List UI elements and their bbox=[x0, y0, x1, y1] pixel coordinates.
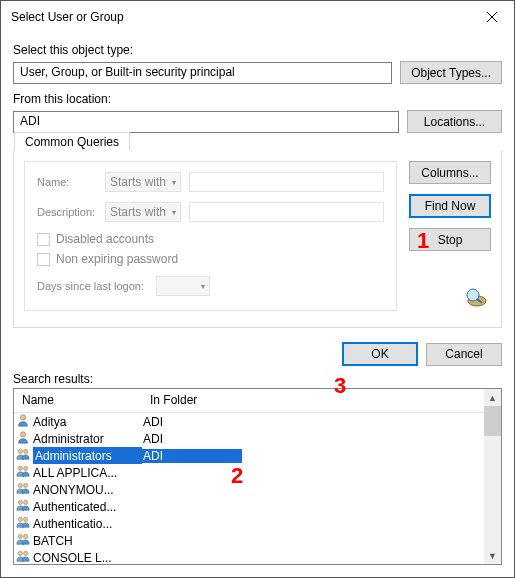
svg-point-7 bbox=[18, 466, 22, 470]
svg-point-10 bbox=[24, 483, 28, 487]
search-results-label: Search results: bbox=[13, 372, 502, 386]
group-icon bbox=[16, 515, 30, 532]
days-since-logon-label: Days since last logon: bbox=[37, 280, 144, 292]
chevron-down-icon: ▾ bbox=[172, 178, 176, 187]
group-icon bbox=[16, 549, 30, 564]
svg-point-5 bbox=[18, 449, 22, 453]
dialog-window: Select User or Group Select this object … bbox=[0, 0, 515, 578]
svg-point-9 bbox=[18, 483, 22, 487]
row-name-cell: ANONYMOU... bbox=[14, 481, 142, 498]
close-icon bbox=[487, 12, 497, 22]
row-name-cell: CONSOLE L... bbox=[14, 549, 142, 564]
description-filter-label: Description: bbox=[37, 206, 97, 218]
user-icon bbox=[16, 430, 30, 447]
svg-point-14 bbox=[24, 517, 28, 521]
non-expiring-label: Non expiring password bbox=[56, 252, 178, 266]
row-name-cell: Administrators bbox=[14, 447, 142, 464]
row-folder-cell: ADI bbox=[142, 449, 242, 463]
vertical-scrollbar[interactable]: ▲ ▼ bbox=[484, 389, 501, 564]
row-name-cell: Administrator bbox=[14, 430, 142, 447]
row-name-cell: BATCH bbox=[14, 532, 142, 549]
svg-point-3 bbox=[20, 415, 25, 420]
days-since-logon-select[interactable]: ▾ bbox=[156, 276, 210, 296]
svg-point-15 bbox=[18, 534, 22, 538]
table-row[interactable]: Authenticated... bbox=[14, 498, 484, 515]
table-row[interactable]: Authenticatio... bbox=[14, 515, 484, 532]
find-now-button[interactable]: Find Now bbox=[409, 194, 491, 218]
group-icon bbox=[16, 447, 30, 464]
row-name-cell: Authenticated... bbox=[14, 498, 142, 515]
svg-point-18 bbox=[24, 551, 28, 555]
table-row[interactable]: ALL APPLICA... bbox=[14, 464, 484, 481]
disabled-accounts-checkbox[interactable] bbox=[37, 233, 50, 246]
svg-point-13 bbox=[18, 517, 22, 521]
location-field[interactable]: ADI bbox=[13, 111, 399, 133]
locations-button[interactable]: Locations... bbox=[407, 110, 502, 133]
titlebar: Select User or Group bbox=[1, 1, 514, 33]
row-folder-cell: ADI bbox=[142, 415, 242, 429]
queries-form: Name: Starts with ▾ Description: Starts … bbox=[24, 161, 397, 311]
table-row[interactable]: AdministratorsADI bbox=[14, 447, 484, 464]
object-type-field[interactable]: User, Group, or Built-in security princi… bbox=[13, 62, 392, 84]
description-match-select[interactable]: Starts with ▾ bbox=[105, 202, 181, 222]
column-header-in-folder[interactable]: In Folder bbox=[142, 389, 272, 412]
object-types-button[interactable]: Object Types... bbox=[400, 61, 502, 84]
table-row[interactable]: CONSOLE L... bbox=[14, 549, 484, 564]
group-icon bbox=[16, 464, 30, 481]
svg-point-17 bbox=[18, 551, 22, 555]
table-row[interactable]: AdministratorADI bbox=[14, 430, 484, 447]
row-name-cell: ALL APPLICA... bbox=[14, 464, 142, 481]
table-row[interactable]: AdityaADI bbox=[14, 413, 484, 430]
svg-point-4 bbox=[20, 432, 25, 437]
results-header: Name In Folder bbox=[14, 389, 484, 413]
row-name-cell: Aditya bbox=[14, 413, 142, 430]
columns-button[interactable]: Columns... bbox=[409, 161, 491, 184]
group-icon bbox=[16, 532, 30, 549]
search-icon bbox=[463, 286, 491, 311]
chevron-down-icon: ▾ bbox=[172, 208, 176, 217]
scroll-up-button[interactable]: ▲ bbox=[484, 389, 501, 406]
content-area: Select this object type: User, Group, or… bbox=[1, 33, 514, 577]
row-folder-cell: ADI bbox=[142, 432, 242, 446]
svg-point-8 bbox=[24, 466, 28, 470]
object-type-label: Select this object type: bbox=[13, 43, 502, 57]
svg-point-12 bbox=[24, 500, 28, 504]
description-filter-input[interactable] bbox=[189, 202, 384, 222]
scroll-down-button[interactable]: ▼ bbox=[484, 547, 501, 564]
svg-point-16 bbox=[24, 534, 28, 538]
from-location-label: From this location: bbox=[13, 92, 502, 106]
description-match-value: Starts with bbox=[110, 205, 166, 219]
chevron-down-icon: ▾ bbox=[201, 282, 205, 291]
group-icon bbox=[16, 481, 30, 498]
svg-point-6 bbox=[24, 449, 28, 453]
name-filter-label: Name: bbox=[37, 176, 97, 188]
group-icon bbox=[16, 498, 30, 515]
column-header-name[interactable]: Name bbox=[14, 389, 142, 412]
window-title: Select User or Group bbox=[11, 10, 124, 24]
common-queries-panel: Common Queries Name: Starts with ▾ Descr… bbox=[13, 151, 502, 328]
disabled-accounts-label: Disabled accounts bbox=[56, 232, 154, 246]
name-match-select[interactable]: Starts with ▾ bbox=[105, 172, 181, 192]
results-body: AdityaADIAdministratorADIAdministratorsA… bbox=[14, 413, 484, 564]
close-button[interactable] bbox=[470, 1, 514, 33]
cancel-button[interactable]: Cancel bbox=[426, 343, 502, 366]
user-icon bbox=[16, 413, 30, 430]
tab-common-queries-label: Common Queries bbox=[25, 135, 119, 149]
tab-common-queries[interactable]: Common Queries bbox=[14, 132, 130, 151]
results-list: Name In Folder AdityaADIAdministratorADI… bbox=[13, 388, 502, 565]
name-filter-input[interactable] bbox=[189, 172, 384, 192]
row-name-cell: Authenticatio... bbox=[14, 515, 142, 532]
svg-point-11 bbox=[18, 500, 22, 504]
table-row[interactable]: BATCH bbox=[14, 532, 484, 549]
stop-button[interactable]: Stop bbox=[409, 228, 491, 251]
non-expiring-checkbox[interactable] bbox=[37, 253, 50, 266]
name-match-value: Starts with bbox=[110, 175, 166, 189]
ok-button[interactable]: OK bbox=[342, 342, 418, 366]
table-row[interactable]: ANONYMOU... bbox=[14, 481, 484, 498]
scroll-thumb[interactable] bbox=[484, 406, 501, 436]
